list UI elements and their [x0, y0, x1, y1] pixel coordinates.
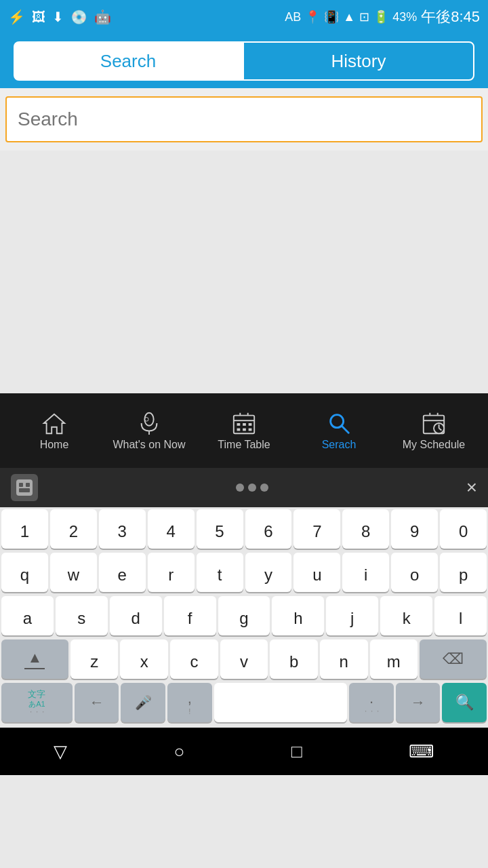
image-icon: 🖼: [32, 9, 45, 25]
sim-icon: ⊡: [359, 9, 369, 24]
wifi-icon: ▲: [343, 10, 355, 24]
key-g[interactable]: g: [218, 596, 270, 635]
microphone-icon: [136, 410, 162, 436]
svg-rect-12: [243, 429, 246, 431]
dot-2: [248, 484, 256, 492]
key-h[interactable]: h: [272, 596, 324, 635]
vibrate-icon: 📳: [324, 9, 339, 24]
key-c[interactable]: c: [170, 639, 218, 679]
back-button[interactable]: ▽: [54, 741, 67, 762]
svg-rect-8: [237, 423, 241, 426]
battery-percent: 43%: [392, 10, 417, 24]
key-t[interactable]: t: [197, 553, 243, 592]
comma-key[interactable]: , !: [167, 683, 212, 722]
key-q[interactable]: q: [1, 553, 48, 592]
keyboard-logo: [11, 474, 38, 501]
key-u[interactable]: u: [293, 553, 340, 592]
system-nav: ▽ ○ □ ⌨: [0, 728, 488, 775]
schedule-icon: [421, 410, 447, 436]
key-p[interactable]: p: [440, 553, 487, 592]
key-2[interactable]: 2: [50, 509, 97, 549]
key-f[interactable]: f: [164, 596, 216, 635]
row-qwerty: q w e r t y u i o p: [0, 551, 488, 594]
key-k[interactable]: k: [380, 596, 432, 635]
nav-item-search[interactable]: Serach: [291, 410, 386, 451]
forward-arrow-key[interactable]: →: [396, 683, 441, 722]
toolbar-dots: [236, 484, 268, 492]
key-8[interactable]: 8: [342, 509, 389, 549]
key-1[interactable]: 1: [1, 509, 48, 549]
period-key[interactable]: . ・・・: [349, 683, 394, 722]
key-j[interactable]: j: [326, 596, 378, 635]
function-row: 文字あA1 ・・・ ← 🎤 , ! . ・・・ → 🔍: [0, 681, 488, 728]
key-5[interactable]: 5: [197, 509, 243, 549]
battery-icon: 🔋: [373, 9, 388, 24]
key-6[interactable]: 6: [245, 509, 292, 549]
mic-key[interactable]: 🎤: [121, 683, 165, 722]
tab-bar: Search History: [0, 34, 488, 88]
key-z[interactable]: z: [70, 639, 119, 679]
svg-rect-26: [19, 488, 30, 492]
svg-point-1: [144, 413, 153, 426]
row-zxcv: ▲ z x c v b n m ⌫: [0, 637, 488, 681]
search-input[interactable]: [5, 96, 483, 142]
nav-label-search: Serach: [322, 439, 357, 451]
tab-history[interactable]: History: [243, 41, 474, 81]
key-3[interactable]: 3: [99, 509, 146, 549]
key-r[interactable]: r: [148, 553, 195, 592]
key-n[interactable]: n: [320, 639, 368, 679]
key-0[interactable]: 0: [440, 509, 487, 549]
nav-label-my-schedule: My Schedule: [403, 439, 466, 451]
nav-item-whats-on-now[interactable]: What's on Now: [102, 410, 197, 451]
delete-key[interactable]: ⌫: [420, 639, 487, 679]
usb-icon: ⚡: [8, 9, 25, 25]
key-b[interactable]: b: [270, 639, 318, 679]
android-icon: 🤖: [94, 9, 111, 25]
nav-item-my-schedule[interactable]: My Schedule: [386, 410, 481, 451]
search-enter-key[interactable]: 🔍: [442, 683, 487, 722]
space-key[interactable]: [214, 683, 348, 722]
dot-3: [260, 484, 268, 492]
disc-icon: 💿: [70, 9, 87, 25]
key-y[interactable]: y: [245, 553, 292, 592]
nav-item-time-table[interactable]: Time Table: [197, 410, 291, 451]
key-m[interactable]: m: [370, 639, 418, 679]
search-area: [0, 88, 488, 151]
key-a[interactable]: a: [1, 596, 54, 635]
key-9[interactable]: 9: [391, 509, 438, 549]
download-icon: ⬇: [52, 9, 64, 25]
tab-search[interactable]: Search: [14, 41, 243, 81]
key-4[interactable]: 4: [148, 509, 195, 549]
key-i[interactable]: i: [342, 553, 389, 592]
logo-icon: [15, 478, 34, 497]
recents-button[interactable]: □: [291, 741, 302, 762]
ab-indicator: AB: [285, 10, 301, 24]
key-o[interactable]: o: [391, 553, 438, 592]
key-l[interactable]: l: [434, 596, 487, 635]
key-x[interactable]: x: [120, 639, 168, 679]
key-v[interactable]: v: [220, 639, 268, 679]
back-arrow-key[interactable]: ←: [75, 683, 119, 722]
nav-label-whats-on-now: What's on Now: [113, 439, 185, 451]
row-asdf: a s d f g h j k l: [0, 594, 488, 637]
svg-line-15: [342, 426, 348, 433]
nav-item-home[interactable]: Home: [7, 410, 102, 451]
key-e[interactable]: e: [99, 553, 146, 592]
language-key[interactable]: 文字あA1 ・・・: [1, 683, 73, 722]
key-7[interactable]: 7: [293, 509, 340, 549]
status-time: 午後8:45: [421, 7, 480, 27]
key-s[interactable]: s: [56, 596, 108, 635]
status-bar: ⚡ 🖼 ⬇ 💿 🤖 AB 📍 📳 ▲ ⊡ 🔋 43% 午後8:45: [0, 0, 488, 34]
dot-1: [236, 484, 244, 492]
home-button[interactable]: ○: [174, 741, 184, 762]
keyboard-toolbar: ×: [0, 468, 488, 507]
svg-rect-10: [249, 423, 252, 426]
number-row: 1 2 3 4 5 6 7 8 9 0: [0, 507, 488, 551]
key-d[interactable]: d: [110, 596, 162, 635]
nav-label-time-table: Time Table: [218, 439, 270, 451]
status-left-icons: ⚡ 🖼 ⬇ 💿 🤖: [8, 9, 111, 25]
shift-key[interactable]: ▲: [1, 639, 68, 679]
key-w[interactable]: w: [50, 553, 97, 592]
keyboard-close-button[interactable]: ×: [466, 477, 477, 498]
keyboard-toggle-button[interactable]: ⌨: [409, 741, 434, 762]
